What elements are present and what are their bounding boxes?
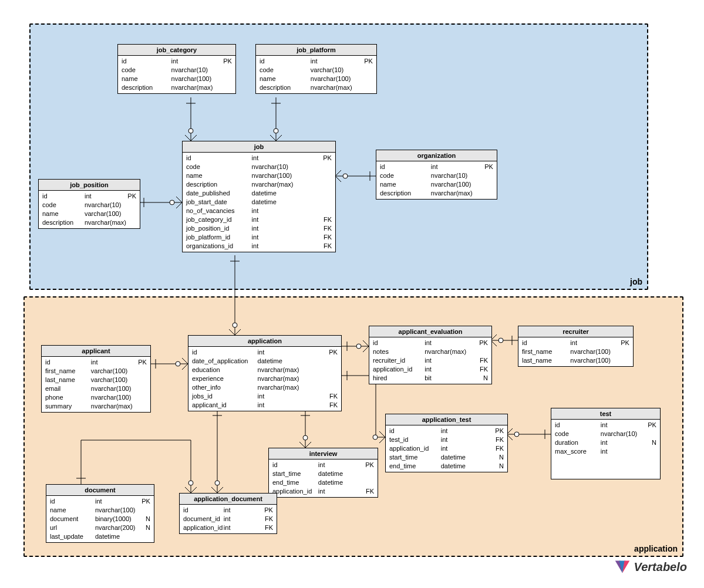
entity-column-row: emailnvarchar(100)	[45, 384, 147, 393]
entity-column-row: idintPK	[260, 57, 373, 66]
entity-column-row: start_timedatetime	[272, 469, 374, 478]
entity-body: idintPKcodenvarchar(10)durationintNmax_s…	[551, 420, 660, 457]
entity-column-row: last_namevarchar(100)	[45, 376, 147, 384]
entity-column-row: application_idintFK	[389, 444, 504, 453]
entity-applicant: applicantidintPKfirst_namevarchar(100)la…	[41, 345, 151, 413]
entity-organization: organizationidintPKcodenvarchar(10)namen…	[376, 150, 497, 200]
vertabelo-logo: Vertabelo	[614, 559, 687, 575]
entity-title: applicant_evaluation	[369, 326, 491, 337]
entity-body: idintPKcodevarchar(10)namenvarchar(100)d…	[256, 56, 376, 93]
entity-column-row: jobs_idintFK	[192, 392, 338, 401]
entity-title: document	[46, 485, 154, 496]
entity-column-row: idintPK	[183, 506, 273, 515]
entity-column-row: codenvarchar(10)	[186, 163, 332, 171]
entity-column-row: experiencenvarchar(max)	[192, 374, 338, 383]
entity-column-row: codevarchar(10)	[260, 66, 373, 75]
entity-column-row: codenvarchar(10)	[555, 430, 656, 438]
entity-column-row: application_idintFK	[272, 487, 374, 496]
entity-column-row: educationnvarchar(max)	[192, 366, 338, 374]
entity-column-row: idintPK	[380, 163, 493, 171]
entity-body: idintPKcodenvarchar(10)namevarchar(100)d…	[39, 191, 140, 228]
entity-column-row: descriptionnvarchar(max)	[42, 218, 136, 227]
entity-body: idintPKcodenvarchar(10)namenvarchar(100)…	[183, 153, 335, 252]
entity-column-row: codenvarchar(10)	[42, 201, 136, 209]
entity-title: applicant	[42, 346, 150, 357]
entity-column-row: end_timedatetime	[272, 478, 374, 487]
entity-body: idintPKfirst_namenvarchar(100)last_namen…	[518, 337, 633, 366]
entity-body: idintPKnamenvarchar(100)documentbinary(1…	[46, 496, 154, 542]
entity-column-row: no_of_vacanciesint	[186, 207, 332, 215]
entity-body: idintPKtest_idintFKapplication_idintFKst…	[386, 425, 507, 472]
entity-column-row: urlnvarchar(200)N	[50, 523, 150, 532]
entity-column-row: idintPK	[42, 192, 136, 201]
entity-column-row: job_start_datedatetime	[186, 198, 332, 207]
entity-column-row: date_of_applicationdatetime	[192, 357, 338, 366]
entity-column-row: codenvarchar(10)	[380, 171, 493, 180]
entity-column-row: descriptionnvarchar(max)	[380, 189, 493, 198]
entity-column-row: idintPK	[389, 427, 504, 435]
entity-title: job_category	[118, 45, 235, 56]
entity-title: organization	[376, 150, 497, 161]
entity-column-row: last_updatedatetime	[50, 532, 150, 541]
entity-column-row: documentbinary(1000)N	[50, 515, 150, 523]
entity-column-row: test_idintFK	[389, 435, 504, 444]
entity-column-row: idintPK	[555, 421, 656, 430]
entity-column-row: namenvarchar(100)	[50, 506, 150, 515]
entity-column-row: idintPK	[50, 497, 150, 506]
entity-job-position: job_positionidintPKcodenvarchar(10)namev…	[38, 179, 140, 229]
entity-job: jobidintPKcodenvarchar(10)namenvarchar(1…	[182, 141, 336, 252]
entity-column-row: idintPK	[122, 57, 232, 66]
entity-body: idintPKcodenvarchar(10)namenvarchar(100)…	[376, 161, 497, 199]
entity-title: job_position	[39, 180, 140, 191]
entity-column-row: namenvarchar(100)	[380, 180, 493, 189]
entity-title: recruiter	[518, 326, 633, 337]
entity-column-row: last_namenvarchar(100)	[522, 356, 629, 365]
entity-column-row: notesnvarchar(max)	[373, 347, 488, 356]
entity-column-row: descriptionnvarchar(max)	[260, 83, 373, 92]
entity-body: idintPKfirst_namevarchar(100)last_nameva…	[42, 357, 150, 412]
entity-job-platform: job_platformidintPKcodevarchar(10)namenv…	[255, 44, 377, 94]
entity-column-row: idintPK	[522, 339, 629, 347]
entity-column-row: codenvarchar(10)	[122, 66, 232, 75]
entity-column-row: idintPK	[192, 348, 338, 357]
entity-document: documentidintPKnamenvarchar(100)document…	[46, 484, 154, 543]
vertabelo-logo-text: Vertabelo	[634, 560, 687, 574]
entity-column-row: application_idintFK	[373, 365, 488, 374]
entity-column-row: max_scoreint	[555, 447, 656, 456]
entity-body: idintPKdate_of_applicationdatetimeeducat…	[188, 347, 341, 411]
entity-title: application_test	[386, 414, 507, 425]
entity-column-row: summarynvarchar(max)	[45, 402, 147, 411]
entity-column-row: namenvarchar(100)	[122, 75, 232, 83]
entity-column-row: namenvarchar(100)	[186, 171, 332, 180]
entity-column-row: descriptionnvarchar(max)	[122, 83, 232, 92]
entity-column-row: application_idintFK	[183, 523, 273, 532]
entity-recruiter: recruiteridintPKfirst_namenvarchar(100)l…	[518, 326, 634, 367]
entity-column-row: recruiter_idintFK	[373, 356, 488, 365]
entity-title: job	[183, 141, 335, 153]
entity-title: application	[188, 336, 341, 347]
region-label-job: job	[630, 277, 642, 286]
entity-body: idintPKdocument_idintFKapplication_idint…	[180, 505, 277, 533]
entity-interview: interviewidintPKstart_timedatetimeend_ti…	[268, 448, 378, 498]
entity-column-row: organizations_idintFK	[186, 242, 332, 251]
entity-application-document: application_documentidintPKdocument_idin…	[179, 493, 277, 534]
entity-column-row: hiredbitN	[373, 374, 488, 383]
region-label-application: application	[634, 544, 678, 553]
entity-title: application_document	[180, 494, 277, 505]
entity-title: test	[551, 408, 660, 420]
entity-column-row: idintPK	[373, 339, 488, 347]
entity-column-row: namevarchar(100)	[42, 209, 136, 218]
entity-column-row: first_namevarchar(100)	[45, 367, 147, 376]
entity-column-row: idintPK	[272, 461, 374, 469]
entity-column-row: descriptionnvarchar(max)	[186, 180, 332, 189]
entity-title: job_platform	[256, 45, 376, 56]
entity-column-row: first_namenvarchar(100)	[522, 347, 629, 356]
entity-title: interview	[269, 448, 378, 459]
entity-column-row: namenvarchar(100)	[260, 75, 373, 83]
entity-body: idintPKnotesnvarchar(max)recruiter_idint…	[369, 337, 491, 384]
entity-column-row: start_timedatetimeN	[389, 453, 504, 462]
entity-column-row: idintPK	[186, 154, 332, 163]
entity-application-test: application_testidintPKtest_idintFKappli…	[385, 414, 508, 472]
entity-column-row: job_category_idintFK	[186, 215, 332, 224]
entity-body: idintPKcodenvarchar(10)namenvarchar(100)…	[118, 56, 235, 93]
